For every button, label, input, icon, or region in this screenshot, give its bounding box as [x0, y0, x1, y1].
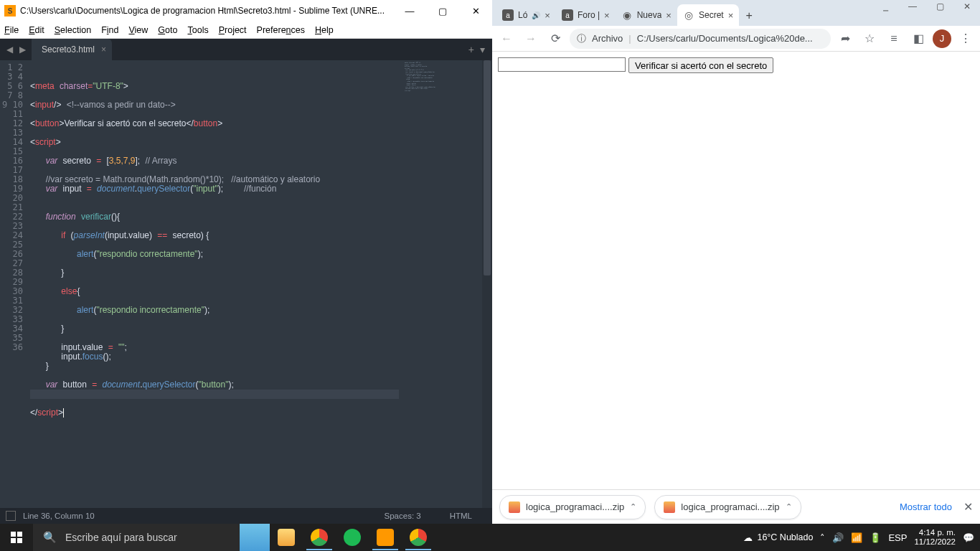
menu-find[interactable]: Find — [101, 25, 118, 35]
taskbar-explorer[interactable] — [270, 524, 303, 551]
menu-edit[interactable]: Edit — [29, 25, 44, 35]
menu-preferences[interactable]: Preferences — [257, 25, 305, 35]
weather-widget[interactable]: ☁ 16°C Nublado — [743, 532, 813, 543]
status-panel-icon[interactable] — [6, 511, 16, 521]
editor-tab-label: Secreto3.html — [42, 44, 95, 55]
favicon-icon: ◎ — [683, 9, 694, 21]
chrome-menu-button[interactable]: ⋮ — [956, 29, 976, 49]
taskbar-chrome-2[interactable] — [402, 524, 435, 551]
show-all-downloads[interactable]: Mostrar todo — [900, 501, 952, 512]
favicon-icon: a — [562, 9, 573, 21]
notifications-icon[interactable]: 💬 — [963, 532, 974, 543]
minimap[interactable]: meta charset UTF-8 input vamos a pedir b… — [403, 60, 482, 508]
tray-volume-icon[interactable]: 🔊 — [832, 532, 844, 543]
chrome-close-button[interactable]: ✕ — [958, 1, 976, 11]
back-button[interactable]: ← — [496, 29, 517, 49]
tray-wifi-icon[interactable]: 📶 — [851, 532, 862, 543]
taskbar-clock[interactable]: 4:14 p. m. 11/12/2022 — [914, 528, 956, 547]
tab-close-icon[interactable]: × — [545, 10, 550, 21]
reload-button[interactable]: ⟳ — [545, 29, 565, 49]
maximize-button[interactable]: ▢ — [426, 0, 459, 22]
profile-avatar[interactable]: J — [933, 29, 951, 48]
downloads-bar: logica_programaci....zip ⌃ logica_progra… — [492, 489, 980, 524]
chevron-up-icon[interactable]: ⌃ — [786, 502, 792, 512]
url-scheme: Archivo — [592, 33, 623, 44]
tab-label: Secret — [699, 10, 724, 20]
status-lang[interactable]: HTML — [450, 512, 472, 520]
tab-close-icon[interactable]: × — [101, 44, 106, 55]
url-text: C:/Users/carlu/Documents/Logica%20de... — [637, 33, 813, 44]
page-content: Verificar si acertó con el secreto — [492, 52, 980, 489]
browser-tab-3[interactable]: ◎ Secret × — [677, 4, 739, 26]
sublime-app-icon: S — [4, 5, 16, 17]
browser-tab-1[interactable]: a Foro | × — [556, 4, 616, 26]
download-filename: logica_programaci....zip — [681, 501, 779, 512]
forward-button[interactable]: → — [521, 29, 541, 49]
sublime-tabstrip: ◀ ▶ Secreto3.html × + ▾ — [0, 39, 492, 60]
tab-label: Ló — [518, 10, 527, 20]
download-filename: logica_programaci....zip — [526, 501, 624, 512]
close-button[interactable]: ✕ — [459, 0, 492, 22]
taskbar-search[interactable]: 🔍 Escribe aquí para buscar — [33, 524, 270, 551]
chevron-up-icon[interactable]: ⌃ — [630, 502, 636, 512]
menu-file[interactable]: File — [4, 25, 19, 35]
browser-tab-2[interactable]: ◉ Nueva × — [616, 4, 677, 26]
tab-close-icon[interactable]: × — [666, 10, 672, 21]
download-item-0[interactable]: logica_programaci....zip ⌃ — [499, 495, 646, 519]
taskbar-sublime[interactable] — [369, 524, 402, 551]
secret-input[interactable] — [498, 57, 626, 72]
sublime-titlebar[interactable]: S C:\Users\carlu\Documents\Logica de pro… — [0, 0, 492, 22]
sublime-window: S C:\Users\carlu\Documents\Logica de pro… — [0, 0, 492, 524]
clock-time: 4:14 p. m. — [914, 528, 956, 537]
verify-button[interactable]: Verificar si acertó con el secreto — [628, 57, 773, 73]
new-tab-button[interactable]: + — [739, 6, 759, 26]
tab-close-icon[interactable]: × — [728, 10, 734, 21]
zip-file-icon — [664, 501, 675, 513]
new-tab-button[interactable]: + — [468, 44, 474, 55]
reading-list-button[interactable]: ≡ — [884, 29, 904, 49]
tab-nav-right[interactable]: ▶ — [17, 44, 27, 55]
tab-menu-button[interactable]: ▾ — [480, 44, 485, 55]
speaker-icon[interactable]: 🔊 — [532, 11, 540, 19]
menu-help[interactable]: Help — [315, 25, 334, 35]
chrome-minimize-button[interactable]: — — [904, 1, 921, 11]
editor-scrollbar[interactable] — [482, 60, 492, 508]
tab-close-icon[interactable]: × — [604, 10, 610, 21]
tray-chevron-icon[interactable]: ˄ — [820, 532, 825, 543]
menu-tools[interactable]: Tools — [187, 25, 208, 35]
bookmark-button[interactable]: ☆ — [859, 29, 880, 49]
search-highlight-icon — [240, 524, 270, 551]
menu-goto[interactable]: Goto — [158, 25, 177, 35]
tray-language-icon[interactable]: ESP — [888, 532, 907, 543]
weather-text: 16°C Nublado — [757, 532, 813, 542]
minimize-button[interactable]: — — [393, 0, 426, 22]
sublime-statusbar: Line 36, Column 10 Spaces: 3 HTML — [0, 508, 492, 524]
close-downloads-bar[interactable]: ✕ — [963, 500, 973, 514]
browser-tab-0[interactable]: a Ló 🔊 × — [496, 4, 556, 26]
status-spaces[interactable]: Spaces: 3 — [385, 512, 421, 520]
menu-project[interactable]: Project — [219, 25, 247, 35]
tab-nav-left[interactable]: ◀ — [4, 44, 14, 55]
menu-selection[interactable]: Selection — [55, 25, 91, 35]
system-tray: ☁ 16°C Nublado ˄ 🔊 📶 🔋 ESP 4:14 p. m. 11… — [743, 528, 980, 547]
share-button[interactable]: ➦ — [835, 29, 855, 49]
editor-area[interactable]: for(let i=1;i<=36;i++)document.write(i+"… — [0, 60, 492, 508]
sublime-title: C:\Users\carlu\Documents\Logica de progr… — [20, 6, 385, 16]
site-info-icon[interactable]: ⓘ — [577, 32, 586, 45]
taskbar-spotify[interactable] — [336, 524, 369, 551]
line-gutter: for(let i=1;i<=36;i++)document.write(i+"… — [0, 60, 30, 508]
download-item-1[interactable]: logica_programaci....zip ⌃ — [654, 495, 801, 519]
tab-label: Foro | — [578, 10, 600, 20]
chrome-account-icon[interactable]: ⎯ — [877, 1, 894, 11]
taskbar-chrome[interactable] — [303, 524, 336, 551]
address-bar[interactable]: ⓘ Archivo | C:/Users/carlu/Documents/Log… — [570, 29, 831, 49]
favicon-icon: ◉ — [621, 9, 633, 21]
sublime-menubar: File Edit Selection Find View Goto Tools… — [0, 22, 492, 39]
editor-tab[interactable]: Secreto3.html × — [32, 39, 112, 60]
menu-view[interactable]: View — [128, 25, 148, 35]
favicon-icon: a — [502, 9, 514, 21]
tray-battery-icon[interactable]: 🔋 — [870, 532, 881, 543]
side-panel-button[interactable]: ◧ — [908, 29, 928, 49]
chrome-maximize-button[interactable]: ▢ — [931, 1, 948, 11]
start-button[interactable] — [0, 524, 33, 551]
